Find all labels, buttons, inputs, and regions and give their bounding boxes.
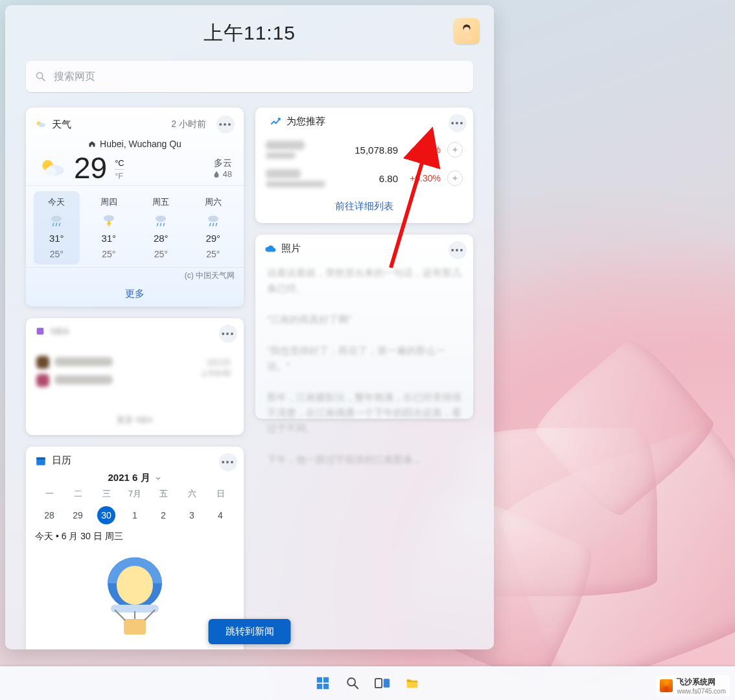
photos-blurred-content: 说着说着就，突然冒出来的一句话，还有那几条已经。 "江南的雨真好了啊" "我也觉…: [255, 262, 473, 474]
taskbar-search-button[interactable]: [344, 674, 362, 692]
svg-line-39: [355, 685, 358, 689]
weekday-header: 7月: [121, 488, 149, 500]
watermark-url: www.fs0745.com: [677, 688, 726, 695]
rain-icon: [152, 212, 169, 229]
svg-marker-14: [107, 221, 111, 228]
weekday-header: 三: [92, 488, 121, 500]
avatar-icon: [457, 21, 476, 41]
weather-icon: [35, 119, 47, 130]
recommend-details-link[interactable]: 前往详细列表: [261, 192, 468, 220]
weather-credit: (c) 中国天气网: [26, 268, 244, 281]
stock-change: +0.53%: [404, 145, 441, 155]
weekday-header: 日: [206, 488, 235, 500]
calendar-day[interactable]: 29: [69, 506, 87, 524]
rain-icon: [205, 212, 222, 229]
weather-widget[interactable]: 天气 2 小时前 ••• Hubei, Wuchang Qu 29 °C: [26, 108, 244, 307]
profile-avatar[interactable]: [454, 18, 480, 44]
stock-change: +0.30%: [404, 173, 441, 183]
weather-temp: 29: [74, 153, 107, 183]
weather-more-link[interactable]: 更多: [26, 281, 244, 307]
svg-point-13: [104, 215, 114, 222]
calendar-day[interactable]: 4: [211, 506, 229, 524]
stock-row[interactable]: 15,078.89 +0.53% ＋: [261, 135, 468, 164]
svg-line-18: [163, 223, 165, 226]
calendar-today-line: 今天 • 6 月 30 日 周三: [26, 528, 244, 549]
calendar-day[interactable]: 2: [154, 506, 172, 524]
forecast-day[interactable]: 周六 29° 25°: [191, 191, 237, 264]
svg-point-8: [45, 167, 56, 176]
svg-line-22: [216, 223, 217, 226]
droplet-icon: [213, 170, 220, 178]
unit-c[interactable]: °C: [115, 158, 124, 168]
svg-point-27: [117, 566, 153, 605]
svg-rect-34: [317, 677, 322, 682]
weather-humidity: 48: [213, 169, 232, 179]
weather-more-button[interactable]: •••: [216, 115, 235, 134]
svg-rect-29: [124, 619, 146, 635]
sports-time: 1日1日: [200, 357, 231, 368]
weekday-header: 六: [178, 488, 206, 500]
forecast-day[interactable]: 周五 28° 25°: [138, 191, 184, 264]
stock-value: 15,078.89: [347, 145, 398, 156]
sports-more-button[interactable]: •••: [219, 325, 237, 343]
jump-to-news-button[interactable]: 跳转到新闻: [209, 619, 291, 644]
svg-point-5: [38, 123, 45, 127]
weekday-header: 二: [64, 488, 92, 500]
svg-line-16: [158, 223, 159, 226]
widgets-panel: 上午11:15 天气 2 小时前 •••: [5, 5, 494, 649]
svg-rect-25: [36, 457, 45, 459]
weekday-header: 一: [35, 488, 64, 500]
weather-location-text: Hubei, Wuchang Qu: [100, 139, 181, 149]
explorer-button[interactable]: [403, 674, 421, 692]
task-view-button[interactable]: [373, 674, 391, 692]
add-stock-button[interactable]: ＋: [447, 142, 463, 158]
svg-rect-35: [323, 677, 329, 682]
watermark: 飞沙系统网 www.fs0745.com: [656, 675, 730, 696]
weather-unit-toggle[interactable]: °C °F: [115, 158, 124, 181]
taskbar: [0, 666, 735, 700]
calendar-day-selected[interactable]: 30: [97, 506, 115, 524]
search-icon: [345, 676, 360, 690]
add-stock-button[interactable]: ＋: [447, 170, 463, 186]
svg-point-15: [156, 216, 166, 222]
stock-value: 6.80: [347, 173, 398, 184]
stock-row[interactable]: 6.80 +0.30% ＋: [261, 164, 468, 192]
rain-icon: [48, 212, 65, 229]
photos-more-button[interactable]: •••: [449, 241, 467, 259]
start-button[interactable]: [314, 674, 332, 692]
clock-text: 上午11:15: [204, 20, 296, 47]
calendar-day[interactable]: 3: [183, 506, 201, 524]
search-box[interactable]: [26, 61, 473, 92]
chart-icon: [270, 116, 281, 128]
svg-line-11: [56, 223, 57, 226]
chevron-down-icon: [154, 474, 162, 482]
partly-cloudy-icon: [38, 154, 66, 182]
calendar-day[interactable]: 28: [40, 506, 58, 524]
recommend-widget[interactable]: 为您推荐 ••• 15,078.89 +0.53% ＋ 6.80 +0.30% …: [255, 108, 473, 223]
weather-condition: 多云: [213, 158, 232, 169]
calendar-title: 日历: [52, 454, 71, 467]
svg-line-12: [59, 223, 60, 226]
photos-widget[interactable]: 照片 ••• 说着说着就，突然冒出来的一句话，还有那几条已经。 "江南的雨真好了…: [255, 235, 473, 419]
recommend-more-button[interactable]: •••: [449, 114, 467, 132]
search-icon: [35, 71, 46, 82]
search-input[interactable]: [52, 70, 464, 83]
svg-rect-40: [375, 679, 382, 688]
forecast-day[interactable]: 周四 31° 25°: [86, 191, 132, 264]
sports-widget[interactable]: NBA ••• 1日1日 上午8:00 更多 NBA: [26, 318, 244, 435]
forecast-day[interactable]: 今天 31° 25°: [34, 191, 80, 264]
svg-rect-36: [317, 684, 322, 689]
calendar-month-picker[interactable]: 2021 6 月: [26, 472, 244, 484]
watermark-logo-icon: [660, 679, 673, 692]
sports-time: 上午8:00: [200, 368, 231, 379]
svg-line-10: [53, 223, 54, 226]
forecast-row: 今天 31° 25° 周四 31° 25° 周五: [26, 185, 244, 268]
svg-rect-37: [323, 684, 329, 689]
photos-title: 照片: [281, 242, 301, 255]
calendar-more-button[interactable]: •••: [219, 453, 237, 471]
thunder-icon: [100, 212, 117, 229]
sports-footer[interactable]: 更多 NBA: [26, 414, 244, 426]
svg-line-20: [209, 223, 211, 226]
unit-f[interactable]: °F: [115, 169, 124, 181]
calendar-day[interactable]: 1: [126, 506, 144, 524]
